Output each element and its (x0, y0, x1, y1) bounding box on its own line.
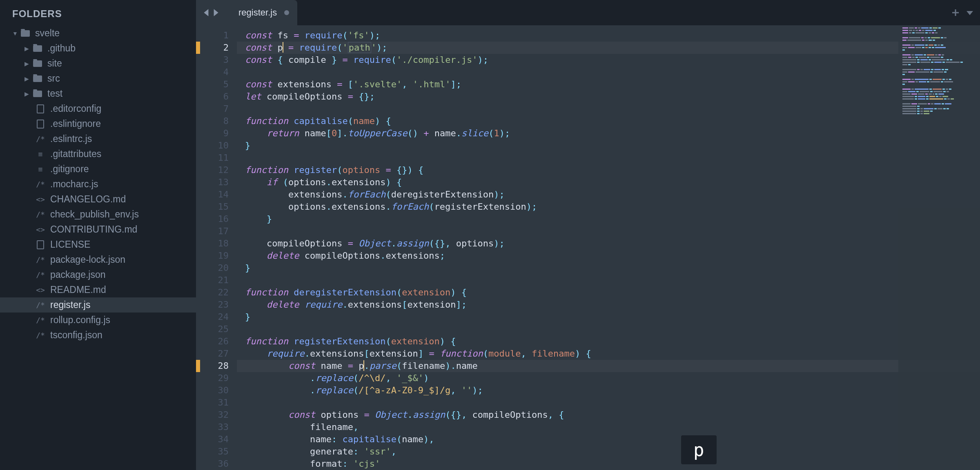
tree-item-label: src (47, 73, 60, 84)
file-icon: ≡ (35, 150, 46, 159)
tree-file[interactable]: .editorconfig (0, 101, 196, 116)
tree-file[interactable]: /* check_publish_env.js (0, 207, 196, 222)
file-icon: /* (35, 180, 46, 189)
tab-label: register.js (238, 7, 277, 18)
nav-back-icon[interactable] (202, 8, 211, 17)
editor[interactable]: 1234567891011121314151617181920212223242… (196, 25, 980, 470)
main-area: register.js 1234567891011121314151617181… (196, 0, 980, 470)
file-icon: /* (35, 270, 46, 279)
code-line: const { compile } = require('./compiler.… (245, 54, 980, 66)
nav-forward-icon[interactable] (211, 8, 220, 17)
code-line: } (245, 262, 980, 274)
tree-item-label: CONTRIBUTING.md (50, 224, 137, 235)
tree-item-label: .gitignore (50, 164, 89, 175)
file-icon (35, 120, 46, 129)
code-line: } (245, 213, 980, 225)
tree-item-label: .editorconfig (50, 103, 101, 114)
tree-file[interactable]: <> CHANGELOG.md (0, 192, 196, 207)
code-area[interactable]: const fs = require('fs');const p = requi… (237, 25, 980, 470)
tree-item-label: svelte (35, 28, 60, 39)
tab-dirty-indicator-icon (284, 10, 289, 15)
tree-file[interactable]: /* package.json (0, 267, 196, 282)
folder-icon (32, 89, 43, 98)
code-line: extensions.forEach(deregisterExtension); (245, 188, 980, 201)
chevron-right-icon: ▶ (24, 60, 32, 67)
code-line: function deregisterExtension(extension) … (245, 286, 980, 299)
tree-folder[interactable]: ▶ site (0, 56, 196, 71)
tree-file[interactable]: /* tsconfig.json (0, 328, 196, 343)
chevron-right-icon: ▶ (24, 75, 32, 82)
tree-file[interactable]: .eslintignore (0, 116, 196, 131)
tree-file[interactable]: /* package-lock.json (0, 252, 196, 267)
chevron-right-icon: ▶ (24, 91, 32, 97)
tree-file[interactable]: <> CONTRIBUTING.md (0, 222, 196, 237)
tree-file[interactable]: LICENSE (0, 237, 196, 252)
code-line: } (245, 311, 980, 323)
folder-tree: ▼ svelte ▶ .github▶ site▶ src▶ test .edi… (0, 26, 196, 343)
file-icon (35, 104, 46, 113)
file-icon: /* (35, 255, 46, 264)
tree-file[interactable]: ≡ .gitignore (0, 162, 196, 177)
autocomplete-tooltip[interactable]: p (681, 435, 717, 464)
code-line: delete compileOptions.extensions; (245, 250, 980, 262)
file-icon: /* (35, 210, 46, 219)
tree-file[interactable]: /* .eslintrc.js (0, 131, 196, 146)
tree-item-label: .mocharc.js (50, 179, 98, 190)
code-line (245, 103, 980, 115)
tree-item-label: package.json (50, 269, 106, 280)
new-tab-icon[interactable] (951, 9, 960, 17)
code-line (245, 274, 980, 286)
file-icon: /* (35, 331, 46, 340)
code-line: const extensions = ['.svelte', '.html']; (245, 78, 980, 91)
code-line: function register(options = {}) { (245, 164, 980, 176)
code-line: let compileOptions = {}; (245, 91, 980, 103)
tree-folder[interactable]: ▶ src (0, 71, 196, 86)
modified-line-marker (196, 360, 200, 372)
code-line: function capitalise(name) { (245, 115, 980, 127)
tree-folder[interactable]: ▶ .github (0, 41, 196, 56)
code-line (245, 323, 980, 335)
tree-file[interactable]: /* register.js (0, 297, 196, 313)
code-line: delete require.extensions[extension]; (245, 299, 980, 311)
code-line: .replace(/[^a-zA-Z0-9_$]/g, ''); (245, 384, 980, 397)
tree-item-label: .github (47, 43, 76, 54)
tab-active[interactable]: register.js (226, 0, 297, 25)
folder-icon (32, 59, 43, 68)
file-icon: /* (35, 316, 46, 325)
code-line: .replace(/^\d/, '_$&') (245, 372, 980, 384)
tree-item-label: check_publish_env.js (50, 209, 139, 220)
tree-file[interactable]: /* rollup.config.js (0, 313, 196, 328)
code-line: return name[0].toUpperCase() + name.slic… (245, 127, 980, 140)
code-line (245, 397, 980, 409)
tree-item-label: test (47, 88, 62, 99)
code-line: options.extensions.forEach(registerExten… (245, 201, 980, 213)
tree-folder[interactable]: ▶ test (0, 86, 196, 101)
tree-file[interactable]: <> README.md (0, 282, 196, 297)
tree-item-label: package-lock.json (50, 254, 125, 265)
tree-file[interactable]: /* .mocharc.js (0, 177, 196, 192)
code-line (245, 152, 980, 164)
tree-root-folder[interactable]: ▼ svelte (0, 26, 196, 41)
file-icon: /* (35, 135, 46, 144)
tab-bar: register.js (196, 0, 980, 25)
code-line: if (options.extensions) { (245, 176, 980, 188)
folder-icon (20, 29, 31, 38)
minimap[interactable] (898, 25, 980, 470)
code-line: const options = Object.assign({}, compil… (245, 409, 980, 421)
file-icon: /* (35, 301, 46, 310)
modified-line-marker (196, 42, 200, 54)
tree-item-label: register.js (50, 299, 90, 310)
tab-menu-icon[interactable] (966, 9, 974, 17)
code-line (245, 225, 980, 237)
code-line: filename, (245, 421, 980, 433)
code-line: const p = require('path'); (245, 42, 980, 54)
tree-file[interactable]: ≡ .gitattributes (0, 146, 196, 162)
code-line: format: 'cjs' (245, 458, 980, 470)
folder-icon (32, 74, 43, 83)
tree-item-label: rollup.config.js (50, 315, 110, 326)
tooltip-text: p (693, 439, 704, 460)
file-icon: <> (35, 286, 46, 295)
folder-icon (32, 44, 43, 53)
code-line: function registerExtension(extension) { (245, 335, 980, 348)
file-icon: <> (35, 195, 46, 204)
